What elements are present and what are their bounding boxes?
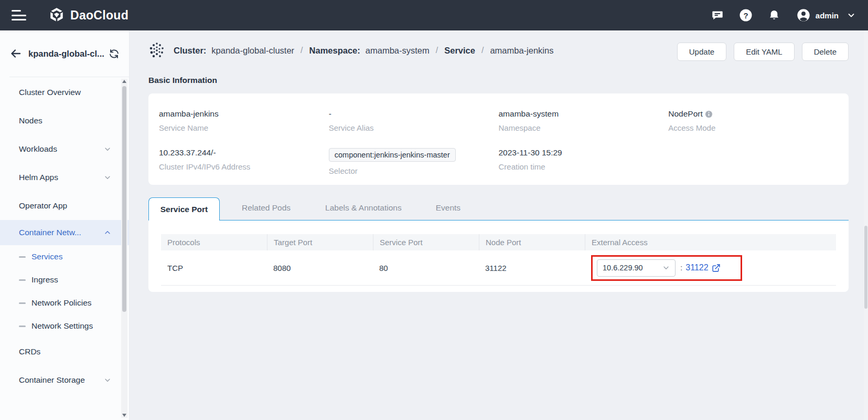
sidebar-item-network-policies[interactable]: Network Policies xyxy=(0,291,129,314)
port-table: Protocols Target Port Service Port Node … xyxy=(161,234,836,286)
sidebar-item-container-storage[interactable]: Container Storage xyxy=(0,366,129,394)
sidebar-item-ingress[interactable]: Ingress xyxy=(0,268,129,291)
sidebar-item-container-network[interactable]: Container Netw... xyxy=(0,220,129,245)
basic-information-card: amamba-jenkins Service Name - Service Al… xyxy=(148,93,849,185)
page-scrollbar-thumb[interactable] xyxy=(864,226,867,309)
tab-related-pods[interactable]: Related Pods xyxy=(242,203,291,220)
sidebar-item-services[interactable]: Services xyxy=(0,245,129,268)
field-namespace: amamba-system Namespace xyxy=(499,109,669,132)
brand-name: DaoCloud xyxy=(70,8,128,23)
breadcrumb-separator: / xyxy=(301,46,303,55)
sidebar-item-workloads[interactable]: Workloads xyxy=(0,135,129,163)
external-access-highlight: 10.6.229.90 : 31122 xyxy=(591,255,742,281)
info-icon[interactable] xyxy=(705,110,713,118)
tab-events[interactable]: Events xyxy=(436,203,460,220)
breadcrumb-cluster-label: Cluster: xyxy=(174,46,206,56)
field-selector: component:jenkins-jenkins-master Selecto… xyxy=(329,148,499,175)
sidebar-item-nodes[interactable]: Nodes xyxy=(0,107,129,135)
delete-button[interactable]: Delete xyxy=(802,43,849,61)
top-navbar: DaoCloud ? xyxy=(0,0,868,30)
column-external-access: External Access xyxy=(585,234,836,250)
tab-labels-annotations[interactable]: Labels & Annotations xyxy=(325,203,402,220)
sidebar: kpanda-global-cl... Cluster Overview Nod… xyxy=(0,30,130,420)
column-protocols: Protocols xyxy=(161,234,267,250)
sidebar-menu: Cluster Overview Nodes Workloads Helm Ap… xyxy=(0,77,129,394)
username[interactable]: admin xyxy=(816,11,839,20)
update-button[interactable]: Update xyxy=(677,43,726,61)
table-header-row: Protocols Target Port Service Port Node … xyxy=(161,234,836,250)
tab-service-port[interactable]: Service Port xyxy=(148,197,220,220)
sidebar-item-helm-apps[interactable]: Helm Apps xyxy=(0,163,129,192)
cluster-dots-icon xyxy=(148,41,165,59)
cell-external-access: 10.6.229.90 : 31122 xyxy=(585,255,836,281)
field-cluster-ip: 10.233.37.244/- Cluster IPv4/IPv6 Addres… xyxy=(159,148,329,175)
chevron-down-icon xyxy=(104,145,111,153)
avatar[interactable] xyxy=(797,8,810,22)
external-link-icon[interactable] xyxy=(712,264,721,272)
select-chevron-icon xyxy=(662,264,670,271)
detail-tabs: Service Port Related Pods Labels & Annot… xyxy=(148,197,849,220)
breadcrumb-namespace-value[interactable]: amamba-system xyxy=(366,46,430,56)
sidebar-item-cluster-overview[interactable]: Cluster Overview xyxy=(0,78,129,107)
basic-information-title: Basic Information xyxy=(148,76,217,85)
switch-cluster-icon[interactable] xyxy=(109,48,120,59)
cell-protocol: TCP xyxy=(161,264,267,272)
cell-service-port: 80 xyxy=(373,264,479,272)
external-port-link[interactable]: : 31122 xyxy=(680,263,721,272)
cell-target-port: 8080 xyxy=(267,264,373,272)
back-arrow-icon[interactable] xyxy=(9,47,22,60)
main-content: Cluster: kpanda-global-cluster / Namespa… xyxy=(130,30,868,420)
field-service-name: amamba-jenkins Service Name xyxy=(159,109,329,132)
brand-logo: DaoCloud xyxy=(48,7,128,24)
scroll-up-icon[interactable] xyxy=(122,80,126,83)
dash-icon xyxy=(19,256,26,258)
chevron-down-icon xyxy=(104,376,111,384)
field-service-alias: - Service Alias xyxy=(329,109,499,132)
page-scrollbar[interactable] xyxy=(864,30,868,420)
breadcrumb-separator: / xyxy=(481,46,484,55)
breadcrumb-cluster-value[interactable]: kpanda-global-cluster xyxy=(211,46,294,56)
dash-icon xyxy=(19,326,26,327)
cell-node-port: 31122 xyxy=(479,264,585,272)
user-menu-chevron-icon[interactable] xyxy=(847,11,855,19)
sidebar-item-network-settings[interactable]: Network Settings xyxy=(0,314,129,338)
dash-icon xyxy=(19,279,26,281)
selector-tag: component:jenkins-jenkins-master xyxy=(329,148,456,162)
table-row: TCP 8080 80 31122 10.6.229.90 : xyxy=(161,250,836,286)
breadcrumb: Cluster: kpanda-global-cluster / Namespa… xyxy=(148,40,553,61)
sidebar-item-crds[interactable]: CRDs xyxy=(0,338,129,366)
notification-bell-icon[interactable] xyxy=(767,8,781,22)
external-ip-select[interactable]: 10.6.229.90 xyxy=(597,259,676,277)
chevron-up-icon xyxy=(104,229,111,236)
help-icon[interactable]: ? xyxy=(739,8,753,22)
breadcrumb-resource-name: amamba-jenkins xyxy=(490,46,553,56)
message-icon[interactable] xyxy=(711,8,724,22)
sidebar-cluster-name: kpanda-global-cl... xyxy=(28,49,104,59)
dash-icon xyxy=(19,302,26,304)
column-node-port: Node Port xyxy=(479,234,585,250)
service-port-card: Protocols Target Port Service Port Node … xyxy=(148,220,849,292)
daocloud-logo-icon xyxy=(48,7,65,24)
column-target-port: Target Port xyxy=(267,234,373,250)
field-creation-time: 2023-11-30 15:29 Creation time xyxy=(499,148,669,175)
field-access-mode: NodePort Access Mode xyxy=(668,109,838,132)
sidebar-item-operator-app[interactable]: Operator App xyxy=(0,192,129,220)
breadcrumb-namespace-label: Namespace: xyxy=(309,46,360,56)
sidebar-scrollbar-thumb[interactable] xyxy=(122,86,126,312)
chevron-down-icon xyxy=(104,174,111,181)
column-service-port: Service Port xyxy=(373,234,479,250)
scroll-down-icon[interactable] xyxy=(122,414,126,417)
action-buttons: Update Edit YAML Delete xyxy=(677,43,849,61)
edit-yaml-button[interactable]: Edit YAML xyxy=(734,43,794,61)
svg-text:?: ? xyxy=(743,11,748,20)
menu-toggle-icon[interactable] xyxy=(12,10,26,20)
breadcrumb-separator: / xyxy=(436,46,438,55)
sidebar-scrollbar[interactable] xyxy=(121,79,127,418)
breadcrumb-resource-type[interactable]: Service xyxy=(444,46,475,56)
